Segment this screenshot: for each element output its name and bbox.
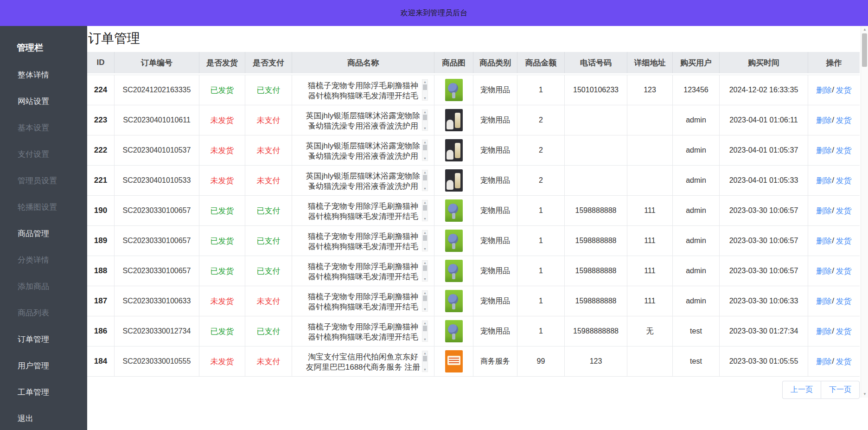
scrollbar-thumb[interactable] [423, 295, 427, 301]
scroll-up-icon[interactable]: ▲ [423, 80, 427, 84]
prev-page-button[interactable]: 上一页 [782, 381, 821, 399]
product-name-scrollbar[interactable]: ▲ ▼ [422, 140, 428, 161]
scroll-down-icon[interactable]: ▼ [423, 217, 427, 221]
scrollbar-thumb[interactable] [423, 205, 427, 211]
product-name-scrollbar[interactable]: ▲ ▼ [422, 170, 428, 191]
scroll-up-icon[interactable]: ▲ [423, 170, 427, 174]
scroll-down-icon[interactable]: ▼ [423, 367, 427, 372]
sidebar-item-basic-settings[interactable]: 基本设置 [0, 122, 87, 133]
scroll-down-icon[interactable]: ▼ [423, 186, 427, 191]
ship-link[interactable]: 发货 [836, 296, 852, 307]
scroll-up-icon[interactable]: ▲ [423, 140, 427, 144]
sidebar-item-site-settings[interactable]: 网站设置 [0, 96, 87, 107]
sidebar-item-order-management[interactable]: 订单管理 [0, 334, 87, 345]
scroll-down-icon[interactable]: ▼ [423, 247, 427, 251]
scrollbar-thumb[interactable] [423, 326, 427, 331]
product-name-scrollbar[interactable]: ▲ ▼ [422, 109, 428, 131]
separator: / [832, 296, 834, 306]
delete-link[interactable]: 删除 [816, 296, 832, 307]
delete-link[interactable]: 删除 [816, 356, 832, 367]
delete-link[interactable]: 删除 [816, 236, 832, 246]
sidebar-item-ticket-management[interactable]: 工单管理 [0, 387, 87, 398]
ship-link[interactable]: 发货 [836, 326, 852, 337]
scroll-up-icon[interactable]: ▲ [423, 200, 427, 205]
ship-link[interactable]: 发货 [836, 205, 852, 216]
sidebar-item-add-product[interactable]: 添加商品 [0, 281, 87, 292]
scroll-up-icon[interactable]: ▲ [423, 110, 427, 114]
next-page-button[interactable]: 下一页 [821, 381, 860, 399]
ship-link[interactable]: 发货 [836, 266, 852, 276]
separator: / [832, 357, 834, 366]
sidebar-item-product-management[interactable]: 商品管理 [0, 228, 87, 239]
product-name-scrollbar[interactable]: ▲ ▼ [422, 321, 428, 342]
product-category: 宠物用品 [473, 105, 517, 135]
welcome-text: 欢迎来到管理员后台 [401, 8, 467, 18]
delete-link[interactable]: 删除 [816, 145, 832, 156]
scroll-down-icon[interactable]: ▼ [423, 96, 427, 100]
product-name: 猫梳子宠物专用除浮毛刷撸猫神器针梳狗狗猫咪毛发清理开结毛 [305, 231, 421, 250]
ship-link[interactable]: 发货 [836, 236, 852, 246]
scroll-down-icon[interactable]: ▼ [423, 126, 427, 130]
scroll-down-icon[interactable]: ▼ [863, 392, 867, 396]
product-name-scrollbar[interactable]: ▲ ▼ [422, 200, 428, 221]
order-number: SC20230330100657 [115, 196, 199, 225]
pay-status: 未支付 [245, 166, 292, 195]
scrollbar-thumb[interactable] [423, 145, 427, 150]
scroll-up-icon[interactable]: ▲ [423, 351, 427, 355]
ship-link[interactable]: 发货 [836, 356, 852, 367]
scrollbar-thumb[interactable] [423, 175, 427, 180]
scrollbar-thumb[interactable] [862, 33, 867, 67]
sidebar-item-product-list[interactable]: 商品列表 [0, 308, 87, 318]
scrollbar-thumb[interactable] [423, 235, 427, 241]
sidebar-item-category-details[interactable]: 分类详情 [0, 255, 87, 265]
phone-number: 15010106233 [565, 75, 627, 105]
scroll-down-icon[interactable]: ▼ [423, 277, 427, 281]
scroll-down-icon[interactable]: ▼ [423, 156, 427, 160]
ship-link[interactable]: 发货 [836, 175, 852, 186]
product-thumbnail-cat-comb [445, 230, 463, 252]
product-category: 宠物用品 [473, 286, 517, 316]
scrollbar-thumb[interactable] [423, 265, 427, 271]
sidebar-item-user-management[interactable]: 用户管理 [0, 360, 87, 371]
product-name-scrollbar[interactable]: ▲ ▼ [422, 290, 428, 312]
sidebar-item-logout[interactable]: 退出 [0, 413, 87, 424]
delete-link[interactable]: 删除 [816, 175, 832, 186]
scroll-up-icon[interactable]: ▲ [423, 231, 427, 235]
operations-cell: 删除/发货 [808, 135, 860, 165]
ship-link[interactable]: 发货 [836, 85, 852, 96]
delete-link[interactable]: 删除 [816, 266, 832, 276]
product-thumbnail-cat-shampoo [445, 169, 463, 192]
sidebar-item-admin-settings[interactable]: 管理员设置 [0, 175, 87, 186]
sidebar-item-overall-details[interactable]: 整体详情 [0, 70, 87, 80]
scroll-up-icon[interactable]: ▲ [423, 291, 427, 295]
delete-link[interactable]: 删除 [816, 326, 832, 337]
scroll-down-icon[interactable]: ▼ [423, 307, 427, 311]
separator: / [832, 146, 834, 155]
buyer: 123456 [673, 75, 720, 105]
ship-link[interactable]: 发货 [836, 145, 852, 156]
scroll-down-icon[interactable]: ▼ [423, 337, 427, 341]
delete-link[interactable]: 删除 [816, 85, 832, 96]
address: 111 [627, 256, 673, 286]
scroll-up-icon[interactable]: ▲ [863, 27, 867, 32]
product-name-cell: 猫梳子宠物专用除浮毛刷撸猫神器针梳狗狗猫咪毛发清理开结毛 ▲ ▼ [292, 256, 434, 286]
product-name-scrollbar[interactable]: ▲ ▼ [422, 230, 428, 251]
product-name-scrollbar[interactable]: ▲ ▼ [422, 351, 428, 372]
product-category: 宠物用品 [473, 256, 517, 286]
delete-link[interactable]: 删除 [816, 205, 832, 216]
table-row: 184 SC20230330010555 未发货 未支付 淘宝支付宝信用代拍闲鱼… [87, 347, 860, 377]
scrollbar-thumb[interactable] [423, 115, 427, 120]
product-name-scrollbar[interactable]: ▲ ▼ [422, 260, 428, 282]
scrollbar-thumb[interactable] [423, 356, 427, 361]
scroll-up-icon[interactable]: ▲ [423, 261, 427, 265]
ship-link[interactable]: 发货 [836, 115, 852, 126]
sidebar-item-carousel-settings[interactable]: 轮播图设置 [0, 202, 87, 212]
page-scrollbar[interactable]: ▲ ▼ [861, 26, 868, 398]
sidebar-item-payment-settings[interactable]: 支付设置 [0, 149, 87, 160]
delete-link[interactable]: 删除 [816, 115, 832, 126]
scroll-up-icon[interactable]: ▲ [423, 321, 427, 325]
address: 111 [627, 196, 673, 225]
phone-number [565, 166, 627, 195]
product-name-scrollbar[interactable]: ▲ ▼ [422, 79, 428, 101]
scrollbar-thumb[interactable] [423, 84, 427, 90]
